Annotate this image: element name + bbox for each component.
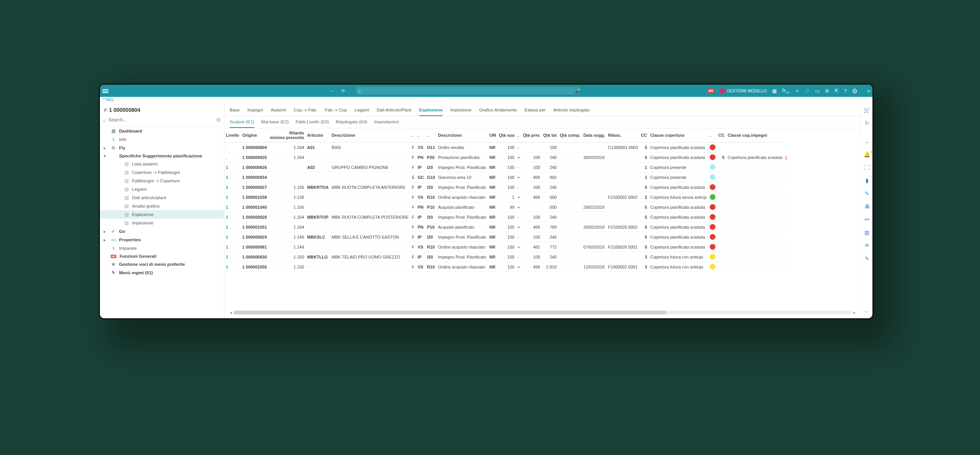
subtab-2[interactable]: Fabb.Livello (E3)	[296, 119, 329, 128]
sidebar-item-6[interactable]: ▤Fabbisogni- > Coperture	[100, 177, 224, 185]
sidebar-item-0[interactable]: ▦Dashboard	[100, 127, 224, 135]
tree-toggle-icon[interactable]: ▸	[104, 146, 108, 150]
col-header[interactable]: UM	[488, 128, 497, 142]
table-row[interactable]: 11 0000010381.138FVSR10Ordine acquisto r…	[224, 192, 788, 202]
col-header[interactable]: .	[416, 128, 426, 142]
sidebar-item-3[interactable]: ▾Specifiche Suggerimento pianificazione	[100, 152, 224, 160]
col-header[interactable]: Qtà tot	[542, 128, 558, 142]
subtab-0[interactable]: Scalare (E1)	[230, 119, 254, 128]
fullscreen-icon[interactable]: ⛶	[864, 164, 870, 170]
sidebar-item-2[interactable]: ▸⚙Fly	[100, 144, 224, 152]
col-header[interactable]: Origine	[241, 128, 268, 142]
col-header[interactable]: Ritardominimo presunto	[268, 128, 305, 142]
sidebar-item-8[interactable]: ▤Dati articolo/plant	[100, 193, 224, 202]
book-icon[interactable]: ▮	[866, 177, 869, 183]
apps-icon[interactable]: ▦	[772, 88, 777, 94]
tab-implosione[interactable]: Implosione	[450, 108, 472, 116]
global-search[interactable]: ⌕	[356, 87, 578, 95]
horizontal-scrollbar[interactable]: ◂ ▸	[228, 309, 857, 316]
power-icon[interactable]: ⏻	[852, 88, 857, 94]
table-row[interactable]: .1 0000008251.164FPNP20Produzione pianif…	[224, 152, 788, 162]
col-header[interactable]: Classe cop.impegni	[726, 128, 784, 142]
sidebar-item-10[interactable]: ▤Esplosione	[100, 210, 224, 219]
tree-toggle-icon[interactable]: ▸	[104, 229, 108, 234]
table-row[interactable]: 11 0000008301.150MBKTLLGMBK TELAIO PRO U…	[224, 252, 788, 262]
bell-icon[interactable]: 🔔	[864, 151, 870, 157]
col-header[interactable]: .	[516, 128, 521, 142]
col-header[interactable]: CC	[717, 128, 726, 142]
gear-icon[interactable]: ✲	[825, 88, 829, 94]
refresh-icon[interactable]: ⟳	[341, 88, 345, 93]
scroll-thumb[interactable]	[234, 311, 666, 314]
pencil-icon[interactable]: ✎	[865, 255, 869, 262]
mic-icon[interactable]: 🎤	[575, 88, 581, 94]
menu-icon[interactable]	[102, 88, 108, 93]
col-header[interactable]: Descrizione	[330, 128, 410, 142]
tab-esplosione[interactable]: Esplosione	[419, 108, 443, 116]
scroll-track[interactable]	[234, 311, 852, 314]
table-row[interactable]: 11 0000010511.164FPNP10Acquisto pianific…	[224, 222, 788, 232]
sidebar-item-5[interactable]: ▤Coperture -> Fabbisogni	[100, 168, 224, 177]
sidebar-search-input[interactable]	[108, 117, 214, 123]
sidebar-item-9[interactable]: ▤Analisi grafica	[100, 202, 224, 210]
sidebar-item-1[interactable]: ℹInfo	[100, 135, 224, 144]
plus-icon[interactable]: ＋	[795, 87, 800, 94]
tab-fab-cop[interactable]: Fab.-> Cop	[325, 108, 347, 116]
help-icon[interactable]: ?	[844, 88, 847, 94]
subtab-4[interactable]: Impostazioni	[374, 119, 399, 128]
col-header[interactable]: Rilasc.	[606, 128, 639, 142]
sidebar-item-11[interactable]: ▤Implosione	[100, 219, 224, 227]
link-icon[interactable]: ⚯	[865, 216, 869, 223]
sidebar-item-12[interactable]: ▸✔Go	[100, 227, 224, 236]
col-header[interactable]: Descrizione	[436, 128, 488, 142]
table-row[interactable]: 11 000000934EGCG10Giacenza area 10NR100+…	[224, 172, 788, 182]
collapse-icon[interactable]: »	[866, 140, 868, 144]
col-header[interactable]: Livello	[224, 128, 241, 142]
sidebar-item-14[interactable]: ℹImparare	[100, 244, 224, 252]
scroll-right-icon[interactable]: ▸	[852, 310, 857, 315]
sidebar-item-16[interactable]: ★Gestione voci di menù preferite	[100, 260, 224, 268]
table-row[interactable]: 11 0000010401.156FPNP10Acquisto pianific…	[224, 202, 788, 212]
sidebar-item-17[interactable]: ✎Menù mgmt (01)	[100, 268, 224, 277]
tab-dati-articolo-plant[interactable]: Dati Articolo/Plant	[377, 108, 412, 116]
table-row[interactable]: 11 0000009811.149FVSR10Ordine acquisto r…	[224, 242, 788, 252]
table-row[interactable]: 11 000000826A02GRUPPO CAMBIO-PIGNONEFIPI…	[224, 162, 788, 172]
tab-legami[interactable]: Legami	[354, 108, 369, 116]
col-header[interactable]: .	[708, 128, 717, 142]
col-header[interactable]: Qtà comp.	[558, 128, 582, 142]
edit-icon[interactable]: ✎	[865, 190, 869, 196]
table-row[interactable]: .1 0000008041.164A01BIKEFVSO11Ordini ven…	[224, 142, 788, 152]
user-chip[interactable]: GESTIONE MODELLO	[720, 88, 766, 93]
tab-base[interactable]: Base	[230, 108, 240, 116]
scroll-left-icon[interactable]: ◂	[228, 310, 234, 315]
cart-icon[interactable]: 🛒	[864, 107, 870, 113]
tab-cop-fab-[interactable]: Cop.-> Fab.	[294, 108, 317, 116]
chart-icon[interactable]: ▥	[864, 229, 869, 236]
tab-articolo-riepilogata[interactable]: Articolo riepilogata	[553, 108, 590, 116]
back-icon[interactable]: ←	[330, 88, 334, 93]
sidebar-item-13[interactable]: ▸▭Properties	[100, 236, 224, 244]
clear-icon[interactable]: ⊗	[216, 116, 221, 123]
chat-icon[interactable]: ▭	[815, 88, 820, 94]
table-row[interactable]: 11 0000008271.156MBKRTOAMBK RUOTA COMPLE…	[224, 182, 788, 192]
col-header[interactable]: .	[410, 128, 416, 142]
col-header[interactable]: Classe copertura	[648, 128, 708, 142]
tree-toggle-icon[interactable]: ▾	[104, 154, 108, 158]
col-header[interactable]: Qtà sua	[497, 128, 516, 142]
heart-icon[interactable]: ♡	[805, 88, 810, 94]
sidebar-item-15[interactable]: M5Funzioni Generali	[100, 252, 224, 260]
tree-toggle-icon[interactable]: ▸	[104, 238, 108, 242]
tab-assiemi[interactable]: Assiemi	[271, 108, 286, 116]
subtab-1[interactable]: Mat.base (E2)	[261, 119, 289, 128]
tab-grafico-andamento[interactable]: Grafico Andamento	[479, 108, 517, 116]
fx-icon[interactable]: fx14	[782, 87, 789, 94]
more-icon[interactable]: ⋯	[864, 309, 869, 314]
table-row[interactable]: 11 0000008281.164MBKRTOPMBK RUOTA COMPLE…	[224, 212, 788, 222]
col-header[interactable]: Articolo	[305, 128, 330, 142]
tab-estesa-per[interactable]: Estesa per	[524, 108, 546, 116]
col-header[interactable]: .	[425, 128, 436, 142]
sidebar-item-4[interactable]: ▤Lista assiemi	[100, 160, 224, 168]
sidebar-item-7[interactable]: ▤Legami	[100, 185, 224, 193]
col-header[interactable]: CC	[640, 128, 649, 142]
expand-icon[interactable]: »	[867, 88, 870, 94]
